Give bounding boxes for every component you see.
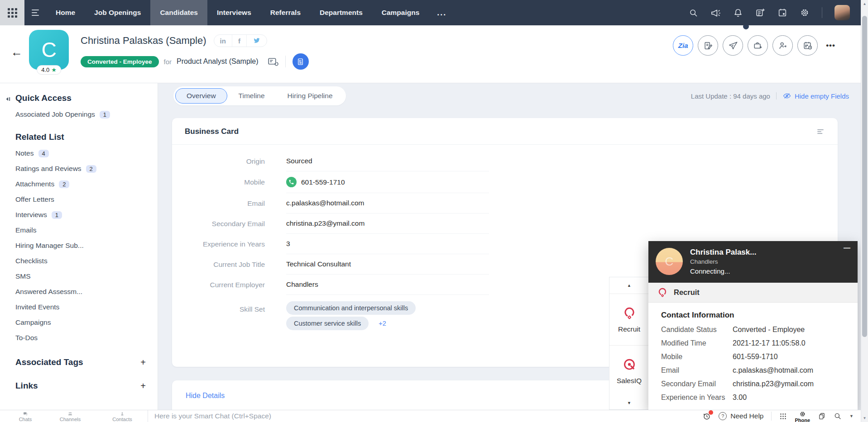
links-section: Links + (15, 381, 146, 391)
phone-call-icon[interactable] (286, 177, 297, 187)
twitter-icon[interactable] (246, 35, 267, 47)
bottom-search-icon[interactable] (834, 412, 842, 420)
nav-item[interactable]: Departments (310, 0, 372, 25)
sidebar-item[interactable]: Checklists (15, 257, 146, 265)
recent-activity-icon[interactable] (702, 412, 711, 421)
chats-button[interactable]: Chats (7, 410, 43, 422)
scrollbar-thumb[interactable] (862, 16, 867, 337)
nav-item[interactable]: Candidates (150, 0, 207, 25)
field-value[interactable]: c.palaskas@hotmail.com (286, 193, 489, 213)
linkedin-icon[interactable]: in (214, 35, 232, 47)
contact-info-label: Modified Time (661, 339, 733, 347)
field-value[interactable]: 601-559-1710 (286, 171, 489, 193)
send-mail-icon[interactable] (723, 35, 743, 56)
count-badge: 2 (86, 165, 96, 173)
contact-info-value: Converted - Employee (733, 326, 805, 334)
field-row: Email c.palaskas@hotmail.com (172, 193, 838, 213)
need-help-button[interactable]: ? Need Help (719, 412, 763, 420)
add-tag-button[interactable]: + (140, 358, 146, 367)
field-value[interactable]: christina.p23@ymail.com (286, 213, 489, 234)
nav-item[interactable]: Home (46, 0, 85, 25)
count-badge: 1 (100, 111, 110, 119)
nav-item[interactable]: Referrals (261, 0, 310, 25)
sidebar-item[interactable]: Hiring Manager Sub... (15, 242, 146, 250)
submit-candidate-icon[interactable] (772, 35, 793, 56)
skill-chips-line2: Customer service skills (286, 319, 369, 327)
field-value[interactable]: Chandlers (286, 275, 489, 295)
scrollbar-up-icon[interactable]: ▲ (861, 2, 868, 6)
resume-icon[interactable] (293, 53, 309, 70)
more-actions-icon[interactable]: ••• (826, 41, 835, 50)
facebook-icon[interactable]: f (232, 35, 246, 47)
sidebar-item[interactable]: To-Dos (15, 334, 146, 342)
field-value[interactable]: Sourced (286, 151, 489, 171)
scrollbar-down-icon[interactable]: ▼ (861, 416, 868, 420)
notifications-icon[interactable] (733, 8, 743, 18)
sidebar-item[interactable]: SMS (15, 272, 146, 280)
record-tab[interactable]: Timeline (227, 88, 276, 104)
menu-toggle-icon[interactable] (32, 9, 39, 16)
sidebar-item[interactable]: Invited Events (15, 303, 146, 311)
field-label: Origin (172, 157, 265, 166)
sidebar-item[interactable]: Attachments 2 (15, 180, 146, 188)
collapse-sidebar-icon[interactable] (5, 96, 12, 102)
salesiq-app-button[interactable]: SalesIQ (609, 345, 649, 397)
call-widget-app-row[interactable]: Recruit (648, 283, 858, 303)
sidebar-item[interactable]: Emails (15, 226, 146, 234)
field-label: Secondary Email (172, 220, 265, 228)
smart-chat-input[interactable] (154, 412, 698, 420)
recruit-app-button[interactable]: Recruit (609, 294, 649, 345)
hide-empty-fields-toggle[interactable]: Hide empty Fields (782, 91, 849, 100)
sidebar-item[interactable]: Answered Assessm... (15, 288, 146, 296)
card-sync-icon[interactable] (267, 56, 278, 67)
record-tabs: Overview Timeline Hiring Pipeline (173, 86, 346, 105)
hide-details-link[interactable]: Hide Details (186, 392, 225, 399)
call-widget-header: C Christina Palask... Chandlers Connecti… (648, 241, 858, 283)
app-grid-icon[interactable] (0, 0, 24, 25)
contacts-button[interactable]: Contacts (97, 410, 148, 422)
copy-icon[interactable] (818, 412, 826, 420)
field-row: Secondary Email christina.p23@ymail.com (172, 213, 838, 234)
zia-button[interactable]: Zia (673, 35, 693, 56)
search-icon[interactable] (689, 8, 698, 18)
calendar-icon[interactable] (777, 8, 787, 18)
nav-item[interactable]: Job Openings (85, 0, 150, 25)
create-note-icon[interactable] (755, 8, 765, 18)
edit-note-icon[interactable] (698, 35, 718, 56)
add-link-button[interactable]: + (140, 381, 146, 390)
phone-settings-button[interactable]: Phone (795, 410, 810, 422)
announcement-icon[interactable] (710, 8, 721, 18)
star-icon: ★ (51, 66, 57, 73)
sidebar-item[interactable]: Interviews 1 (15, 211, 146, 219)
page-scrollbar[interactable]: ▲ ▼ (861, 0, 868, 422)
section-options-icon[interactable] (816, 127, 825, 136)
add-to-job-icon[interactable] (748, 35, 768, 56)
sidebar-item[interactable]: Offer Letters (15, 195, 146, 204)
contacts-icon (119, 412, 126, 416)
more-skills-link[interactable]: +2 (379, 320, 386, 327)
apps-grid-icon[interactable] (779, 413, 787, 420)
sidebar-item[interactable]: Campaigns (15, 318, 146, 327)
nav-item[interactable]: Campaigns (372, 0, 429, 25)
bottom-caret-down-icon[interactable]: ▼ (849, 414, 854, 418)
channels-button[interactable]: Channels (43, 410, 97, 422)
record-tab[interactable]: Overview (175, 88, 227, 104)
minimize-call-widget-icon[interactable]: — (844, 244, 850, 251)
user-avatar[interactable] (834, 5, 850, 20)
sidebar-item[interactable]: Notes 4 (15, 149, 146, 157)
smart-chat-bar[interactable] (148, 410, 698, 422)
sidebar-item[interactable]: Ratings and Reviews 2 (15, 165, 146, 173)
back-button[interactable]: ← (11, 46, 23, 58)
job-opening-link[interactable]: Product Analyst (Sample) (177, 57, 259, 66)
contact-info-row: Secondary Email christina.p23@ymail.com (661, 380, 845, 388)
nav-item[interactable]: Interviews (207, 0, 261, 25)
field-value[interactable]: 3 (286, 234, 489, 254)
nav-more-icon[interactable]: ... (429, 0, 455, 25)
field-value[interactable]: Technical Consultant (286, 254, 489, 275)
schedule-interview-icon[interactable] (797, 35, 818, 56)
apps-scroll-down-icon[interactable]: ▼ (609, 397, 649, 409)
record-tab[interactable]: Hiring Pipeline (276, 88, 344, 104)
settings-icon[interactable] (800, 8, 810, 18)
apps-scroll-up-icon[interactable]: ▲ (609, 277, 649, 294)
sidebar-item[interactable]: Associated Job Openings 1 (15, 110, 146, 119)
